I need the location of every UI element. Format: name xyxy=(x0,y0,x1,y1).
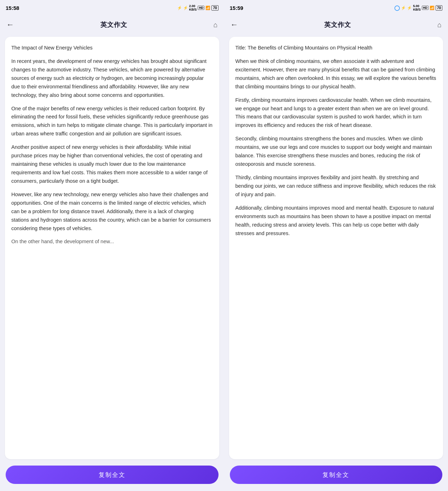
app-header-right: ← 英文作文 ⌂ xyxy=(224,16,448,34)
copy-button-right[interactable]: 复制全文 xyxy=(230,466,443,484)
copy-button-left[interactable]: 复制全文 xyxy=(6,466,219,484)
essay-right: Title: The Benefits of Climbing Mountain… xyxy=(235,44,437,238)
para-right-1: When we think of climbing mountains, we … xyxy=(235,57,437,91)
content-area-right: Title: The Benefits of Climbing Mountain… xyxy=(229,37,443,459)
para-right-4: Thirdly, climbing mountains improves fle… xyxy=(235,174,437,199)
left-panel: 15:58 ⚡ ⚡ 2.00KB/S HD 📶 70 ← 英文作文 ⌂ The … xyxy=(0,0,224,491)
status-icons-left: ⚡ ⚡ 2.00KB/S HD 📶 70 xyxy=(177,4,219,11)
hd-badge-right: HD xyxy=(422,6,429,10)
para-left-5: On the other hand, the development of ne… xyxy=(11,238,213,246)
para-left-0: The Impact of New Energy Vehicles xyxy=(11,44,213,52)
para-right-2: Firstly, climbing mountains improves car… xyxy=(235,96,437,130)
back-button-left[interactable]: ← xyxy=(6,20,14,29)
page-title-right: 英文作文 xyxy=(324,21,351,29)
para-left-4: However, like any new technology, new en… xyxy=(11,191,213,233)
kb-indicator-right: 5.00KB/S xyxy=(413,4,421,11)
time-left: 15:58 xyxy=(6,5,19,11)
status-bar-right: 15:59 ◯ ⚡ ⚡ 5.00KB/S HD 📶 70 xyxy=(224,0,448,16)
essay-left: The Impact of New Energy Vehicles In rec… xyxy=(11,44,213,246)
battery-box-left: 70 xyxy=(211,5,218,11)
kb-indicator-left: 2.00KB/S xyxy=(189,4,197,11)
para-left-3: Another positive aspect of new energy ve… xyxy=(11,143,213,186)
bottom-bar-right: 复制全文 xyxy=(224,462,448,491)
right-panel: 15:59 ◯ ⚡ ⚡ 5.00KB/S HD 📶 70 ← 英文作文 ⌂ Ti… xyxy=(224,0,448,491)
para-right-5: Additionally, climbing mountains improve… xyxy=(235,204,437,238)
battery-icon-left: ⚡ xyxy=(177,6,182,10)
bluetooth-icon-right: ⚡ xyxy=(407,6,412,10)
status-bar-left: 15:58 ⚡ ⚡ 2.00KB/S HD 📶 70 xyxy=(0,0,224,16)
time-right: 15:59 xyxy=(230,5,243,11)
para-right-3: Secondly, climbing mountains strengthens… xyxy=(235,135,437,169)
battery-icon-right: ⚡ xyxy=(401,6,406,10)
home-button-left[interactable]: ⌂ xyxy=(213,21,217,29)
para-left-1: In recent years, the development of new … xyxy=(11,57,213,100)
signal-right: 📶 xyxy=(430,6,435,10)
battery-box-right: 70 xyxy=(436,5,442,11)
status-icons-right: ◯ ⚡ ⚡ 5.00KB/S HD 📶 70 xyxy=(394,4,442,11)
bluetooth-icon-left: ⚡ xyxy=(183,6,188,10)
hd-badge-left: HD xyxy=(198,6,204,10)
para-right-0: Title: The Benefits of Climbing Mountain… xyxy=(235,44,437,52)
content-area-left: The Impact of New Energy Vehicles In rec… xyxy=(5,37,219,459)
app-header-left: ← 英文作文 ⌂ xyxy=(0,16,224,34)
bottom-bar-left: 复制全文 xyxy=(0,462,224,491)
back-button-right[interactable]: ← xyxy=(231,20,238,29)
home-button-right[interactable]: ⌂ xyxy=(437,21,442,29)
para-left-2: One of the major benefits of new energy … xyxy=(11,105,213,139)
app-indicator-right: ◯ xyxy=(394,5,400,11)
signal-left: 📶 xyxy=(205,6,210,10)
page-title-left: 英文作文 xyxy=(100,21,127,29)
